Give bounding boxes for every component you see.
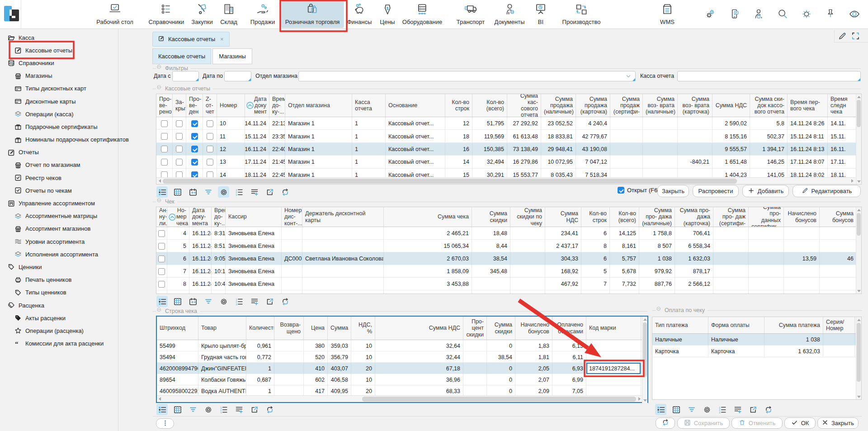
row-checkbox[interactable]: [191, 171, 198, 177]
sidebar-item-12[interactable]: Реестр чеков: [0, 171, 118, 184]
row-checkbox[interactable]: [176, 146, 183, 152]
column-header[interactable]: Сумма: [328, 317, 351, 340]
table-row[interactable]: 1418.11.2422:45Магазин 11Кассовый отчет.…: [156, 169, 861, 177]
row-checkbox[interactable]: [207, 146, 213, 152]
column-header[interactable]: Время следн чека: [828, 94, 857, 117]
list-toolbar-icon[interactable]: [156, 296, 168, 307]
gear-toolbar-icon[interactable]: [203, 404, 214, 415]
table-row[interactable]: 1014.11.2422:13Магазин 11Кассовый отчет.…: [156, 117, 861, 130]
brightness-icon[interactable]: [800, 8, 813, 20]
scroll-thumb[interactable]: [857, 100, 861, 127]
column-header[interactable]: Сумма про- дажа (наличные): [639, 207, 675, 227]
filter-toolbar-icon[interactable]: [203, 186, 214, 198]
scroll-right-icon[interactable]: [849, 178, 855, 185]
top-nav-11[interactable]: Документы: [490, 1, 528, 28]
column-header[interactable]: Кол-во (всего): [610, 207, 639, 227]
column-header[interactable]: Товар: [198, 317, 246, 340]
grid-toolbar-icon[interactable]: [172, 404, 183, 415]
column-header[interactable]: Количество: [246, 317, 274, 340]
sidebar-item-24[interactable]: Операции (расценка): [0, 324, 118, 337]
row-checkbox[interactable]: [158, 243, 165, 250]
edit-button[interactable]: Редактировать: [793, 185, 861, 197]
scroll-thumb[interactable]: [857, 213, 861, 236]
top-nav-3[interactable]: Закупки: [187, 1, 217, 28]
row-checkbox[interactable]: [207, 159, 213, 166]
column-header[interactable]: Про-ве-ден: [186, 94, 203, 117]
scroll-down-icon[interactable]: [642, 398, 647, 403]
row-checkbox[interactable]: [161, 146, 168, 152]
sidebar-item-10[interactable]: Отчеты: [0, 146, 118, 159]
column-header[interactable]: Врем до-ку-...: [269, 94, 285, 117]
row-checkbox[interactable]: [158, 281, 165, 288]
sidebar-item-1[interactable]: Касса: [0, 31, 118, 44]
scroll-thumb[interactable]: [362, 397, 637, 402]
date-from-input[interactable]: [172, 71, 199, 81]
tab-kassovye-otchety[interactable]: Кассовые отчеты ×: [152, 32, 230, 47]
column-header[interactable]: Код марки: [586, 317, 641, 340]
phone-chat-icon[interactable]: [728, 8, 741, 20]
row-checkbox[interactable]: [158, 268, 165, 275]
sidebar-item-23[interactable]: Акты расценки: [0, 312, 118, 324]
edit-view-icon[interactable]: [838, 32, 847, 42]
scroll-down-icon[interactable]: [856, 288, 861, 294]
top-nav-14[interactable]: WMS: [656, 1, 679, 28]
scroll-up-icon[interactable]: [856, 317, 861, 322]
date-to-input[interactable]: [224, 71, 251, 81]
row-checkbox[interactable]: [191, 120, 198, 127]
column-header[interactable]: Сумма платежа: [764, 317, 823, 333]
add-button[interactable]: Добавить: [742, 185, 789, 197]
column-header[interactable]: Номер: [217, 94, 245, 117]
scroll-left-icon[interactable]: [156, 178, 163, 185]
filter-toolbar-icon[interactable]: [203, 296, 214, 307]
table-row[interactable]: 716.11.2410:13Зиновьева Елена1 858,09345…: [156, 265, 861, 278]
scroll-right-icon[interactable]: [636, 396, 642, 403]
column-header[interactable]: Сумма скидки: [472, 207, 510, 227]
row-checkbox[interactable]: [158, 294, 165, 294]
row-checkbox[interactable]: [176, 133, 183, 140]
sidebar-item-8[interactable]: Подарочные сертификаты: [0, 120, 118, 133]
column-header[interactable]: Кассир: [226, 207, 282, 227]
grid-toolbar-icon[interactable]: [670, 404, 682, 415]
top-nav-13[interactable]: Производство: [558, 1, 605, 28]
table-row[interactable]: 916.11.2410:51Зиновьева ЕленаДС000...Све…: [156, 290, 861, 294]
column-header[interactable]: Сумма продаж (сертифи-: [610, 94, 643, 117]
table-row[interactable]: КарточкаКарточка1 632,03: [652, 346, 861, 357]
cancel-button[interactable]: Отменить: [731, 417, 783, 429]
person-lock-icon[interactable]: [752, 8, 765, 20]
column-header[interactable]: Дата доку- мента: [189, 207, 212, 227]
row-checkbox[interactable]: [158, 256, 165, 262]
list-toolbar-icon[interactable]: [655, 404, 666, 415]
scroll-up-icon[interactable]: [642, 317, 647, 322]
sidebar-item-17[interactable]: Уровни ассортимента: [0, 235, 118, 248]
close-tab-icon[interactable]: ×: [220, 36, 224, 43]
column-header[interactable]: Начислено бонусов: [515, 317, 552, 340]
column-header[interactable]: Касса отчета: [352, 94, 386, 117]
column-header[interactable]: Оплачено бонусами: [552, 317, 586, 340]
top-nav-5[interactable]: Продажи: [246, 1, 279, 28]
column-header[interactable]: Цена: [304, 317, 328, 340]
collapse-icon[interactable]: [157, 198, 163, 205]
app-logo[interactable]: [4, 5, 21, 24]
sidebar-item-4[interactable]: Магазины: [0, 70, 118, 82]
vertical-scrollbar[interactable]: [856, 207, 861, 294]
column-header[interactable]: Сумма НДС: [712, 94, 750, 117]
column-header[interactable]: Сумма воз- врата (наличные): [643, 94, 678, 117]
column-header[interactable]: Номер дис- конт-...: [282, 207, 302, 227]
gear-toolbar-icon[interactable]: [218, 296, 229, 307]
column-header[interactable]: Z-от-чет: [203, 94, 217, 117]
export-toolbar-icon[interactable]: [747, 404, 759, 415]
column-header[interactable]: Про-ве-рено: [156, 94, 173, 117]
column-header[interactable]: Основание: [386, 94, 445, 117]
column-header[interactable]: Кол-во строк: [581, 207, 610, 227]
sidebar-item-25[interactable]: “Комиссии для акта расценки: [0, 337, 118, 350]
grid-toolbar-icon[interactable]: [172, 296, 183, 307]
gear-toolbar-icon[interactable]: [701, 404, 712, 415]
export-toolbar-icon[interactable]: [264, 296, 275, 307]
column-header[interactable]: Дата доку мент: [245, 94, 269, 117]
cash-register-input[interactable]: [677, 71, 861, 81]
column-header[interactable]: Сумма скидки по чеку: [510, 207, 545, 227]
column-header[interactable]: Сумма НДС: [375, 317, 463, 340]
table-row[interactable]: 816.11.2410:48Зиновьева Елена3 453,88467…: [156, 278, 861, 290]
sidebar-item-11[interactable]: Отчет по магазинам: [0, 159, 118, 171]
column-header[interactable]: Возвра- щено: [274, 317, 304, 340]
